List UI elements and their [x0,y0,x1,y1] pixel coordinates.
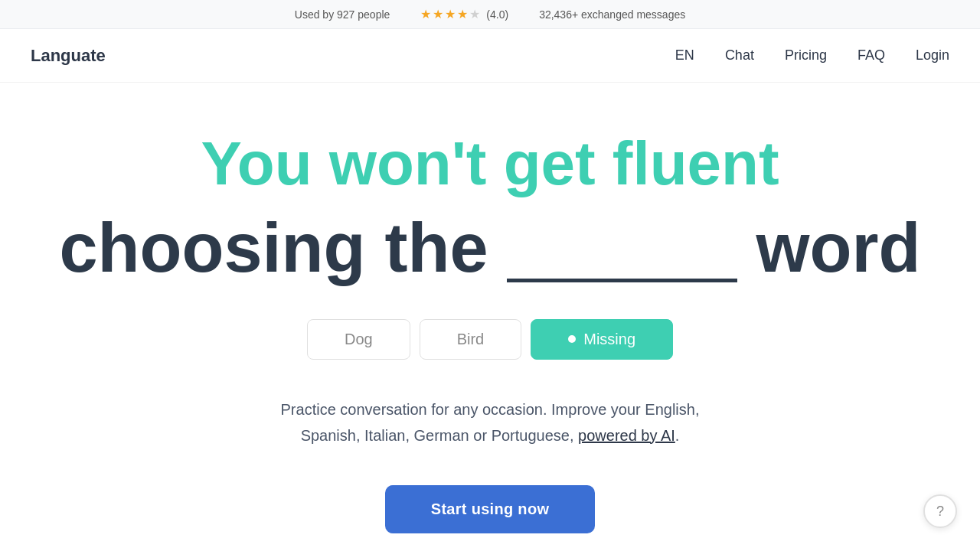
description-end: . [675,427,680,444]
nav-link-chat[interactable]: Chat [725,47,754,64]
used-by-stat: Used by 927 people [295,8,390,21]
top-banner: Used by 927 people ★ ★ ★ ★ ★ (4.0) 32,43… [0,0,980,29]
star-5: ★ [469,7,480,21]
rating-stat: ★ ★ ★ ★ ★ (4.0) [420,7,508,21]
nav-links: EN Chat Pricing FAQ Login [675,47,949,64]
cta-button[interactable]: Start using now [385,485,596,533]
word-choices: Dog Bird Missing [307,319,673,360]
description-line1: Practice conversation for any occasion. … [281,401,700,418]
star-1: ★ [420,7,431,21]
word-option-bird[interactable]: Bird [420,319,522,360]
messages-text: 32,436+ exchanged messages [539,8,685,21]
rating-value: (4.0) [486,8,508,21]
navbar: Languate EN Chat Pricing FAQ Login [0,29,980,83]
hero-blank [507,199,737,282]
messages-stat: 32,436+ exchanged messages [539,8,685,21]
description-line2: Spanish, Italian, German or Portuguese, [301,427,574,444]
hero-line1: You won't get fluent [59,129,920,199]
used-by-text: Used by 927 people [295,8,390,21]
word-option-missing[interactable]: Missing [531,319,673,360]
star-rating: ★ ★ ★ ★ ★ [420,7,480,21]
word-option-dog[interactable]: Dog [307,319,410,360]
line2-before: choosing the [59,210,488,286]
nav-link-pricing[interactable]: Pricing [785,47,827,64]
hero-description: Practice conversation for any occasion. … [281,396,700,448]
nav-link-faq[interactable]: FAQ [858,47,885,64]
hero-heading: You won't get fluent choosing the word [59,129,920,289]
hero-line2: choosing the word [59,199,920,289]
help-icon: ? [936,504,944,520]
star-2: ★ [433,7,443,21]
ai-link[interactable]: powered by AI [578,427,675,444]
hero-section: You won't get fluent choosing the word D… [0,83,980,551]
logo[interactable]: Languate [31,46,106,66]
nav-link-en[interactable]: EN [675,47,694,64]
line2-after: word [756,210,921,286]
help-button[interactable]: ? [923,494,957,528]
star-3: ★ [445,7,456,21]
star-4: ★ [457,7,468,21]
nav-link-login[interactable]: Login [916,47,949,64]
active-dot-icon [568,335,576,343]
